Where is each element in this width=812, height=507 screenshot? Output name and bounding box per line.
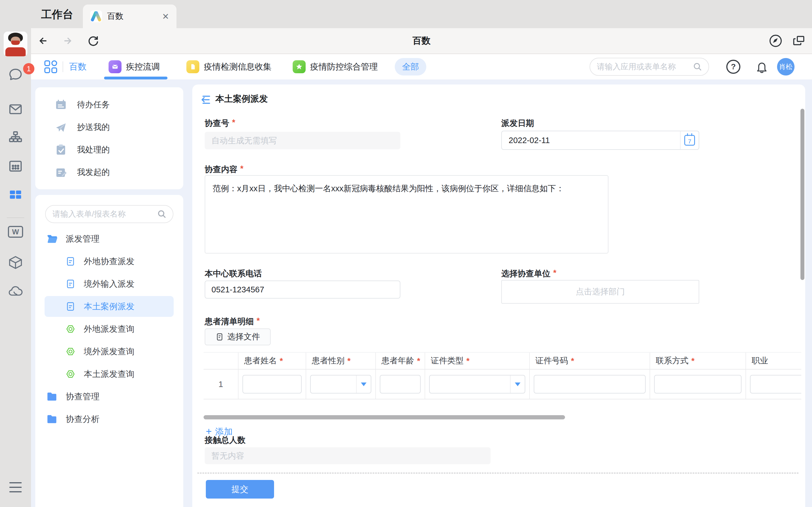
horizontal-scrollbar[interactable] (204, 415, 565, 419)
user-badge[interactable]: 肖松 (777, 58, 795, 75)
open-window-icon[interactable] (792, 34, 805, 48)
mail-icon[interactable] (7, 101, 24, 117)
close-tab-icon[interactable]: ✕ (162, 11, 169, 21)
org-chart-icon[interactable] (7, 129, 24, 146)
nav-tab-yiqingfangkong[interactable]: 疫情防控综合管理 (293, 54, 378, 79)
titlebar: 工作台 百数 ✕ (31, 0, 812, 28)
collapse-back-icon[interactable] (200, 94, 211, 105)
workbench-grid-icon[interactable] (7, 186, 24, 203)
tree-item-label: 本土派发查询 (84, 369, 135, 380)
content-area: 待办任务 抄送我的 我处理的 我发起的 派发管理 外地协查派发 (31, 79, 812, 507)
page-title: 百数 (31, 28, 812, 54)
search-icon (693, 62, 702, 71)
doc-icon (65, 279, 76, 289)
nav-tab-yiqingjiance[interactable]: 疫情检测信息收集 (186, 54, 271, 79)
baishu-logo-icon (90, 10, 102, 22)
occupation-input[interactable] (750, 375, 801, 393)
notification-bell-icon[interactable] (755, 59, 769, 74)
app-search-input[interactable] (596, 62, 693, 71)
hamburger-menu-icon[interactable] (9, 482, 22, 492)
tree-item-bentu-query[interactable]: 本土派发查询 (35, 363, 183, 385)
calendar-icon[interactable] (7, 158, 24, 174)
submit-button[interactable]: 提交 (206, 480, 274, 499)
note-pencil-icon (54, 166, 67, 179)
todo-calendar-icon (54, 98, 67, 111)
forward-icon[interactable] (61, 35, 73, 47)
query-hexagon-icon (65, 369, 76, 379)
tree-item-label: 外地派发查询 (84, 323, 135, 335)
nav-tab-label: 疫情防控综合管理 (310, 61, 378, 73)
caseno-input[interactable] (205, 132, 400, 149)
patient-table-header: 患者姓名* 患者性别* 患者年龄* 证件类型* 证件号码* 联系方式* 职业 (204, 353, 801, 370)
compass-icon[interactable] (769, 34, 782, 48)
tree-item-waidi-xiecha[interactable]: 外地协查派发 (35, 250, 183, 273)
tree-item-jingwai-query[interactable]: 境外派发查询 (35, 340, 183, 363)
quick-item-processed[interactable]: 我处理的 (35, 138, 183, 161)
dispatch-date-input[interactable] (502, 136, 680, 145)
tree-item-label: 协查管理 (66, 391, 100, 402)
tree-item-label: 派发管理 (66, 233, 100, 245)
field-label-caseno: 协查号* (205, 118, 235, 129)
refresh-icon[interactable] (87, 34, 100, 47)
nav-all-button[interactable]: 全部 (395, 58, 426, 75)
header-occupation: 职业 (746, 353, 801, 369)
choose-file-button[interactable]: 选择文件 (205, 328, 271, 345)
quick-item-initiated[interactable]: 我发起的 (35, 161, 183, 184)
id-number-input[interactable] (534, 375, 646, 393)
apps-grid-icon[interactable] (44, 60, 58, 74)
field-label-contacts: 接触总人数 (205, 435, 248, 446)
quick-item-label: 我发起的 (77, 167, 110, 178)
calendar-picker-button[interactable]: 7 (680, 131, 699, 149)
nav-tab-jikongliudiao[interactable]: 疾控流调 (109, 54, 160, 79)
quick-item-label: 我处理的 (77, 144, 110, 156)
app-icon-purple (109, 60, 121, 73)
content-textarea[interactable]: 范例：x月xx日，我中心检测一名xxx新冠病毒核酸结果为阳性，该病例位于你区，详… (205, 175, 608, 253)
folder-icon (46, 391, 58, 402)
patient-name-input[interactable] (243, 375, 302, 393)
form-panel: 本土案例派发 协查号* 派发日期 7 协查内容* 范例：x月xx日，我中心检测一… (192, 84, 805, 507)
tree-item-xiecha-analysis[interactable]: 协查分析 (35, 408, 183, 431)
back-icon[interactable] (37, 35, 50, 47)
tree-item-dispatch-mgmt[interactable]: 派发管理 (35, 228, 183, 250)
form-search-input[interactable] (52, 209, 157, 219)
app-search[interactable] (590, 58, 709, 76)
file-icon (215, 333, 224, 341)
form-title: 本土案例派发 (215, 93, 268, 105)
quick-item-todo[interactable]: 待办任务 (35, 94, 183, 116)
chevron-down-icon (361, 383, 366, 386)
patient-age-input[interactable] (380, 375, 421, 393)
patient-gender-select[interactable] (310, 375, 371, 393)
quick-item-cc[interactable]: 抄送我的 (35, 116, 183, 138)
select-department-box[interactable]: 点击选择部门 (501, 280, 699, 304)
field-label-unit: 选择协查单位* (501, 268, 556, 279)
nav-tab-label: 疫情检测信息收集 (204, 61, 271, 73)
contacts-total-input[interactable] (205, 447, 491, 464)
help-icon[interactable]: ? (726, 60, 741, 74)
user-avatar[interactable] (4, 32, 28, 56)
tree-item-bentu-anli[interactable]: 本土案例派发 (35, 295, 183, 318)
nav-home-baishu[interactable]: 百数 (69, 54, 87, 79)
form-search[interactable] (45, 205, 173, 223)
app-nav: 百数 疾控流调 疫情检测信息收集 疫情防控综合管理 全部 ? 肖松 (31, 54, 812, 79)
tree-item-waidi-query[interactable]: 外地派发查询 (35, 318, 183, 340)
field-label-content: 协查内容* (205, 164, 243, 175)
tree-item-xiecha-mgmt[interactable]: 协查管理 (35, 385, 183, 408)
tab-label: 百数 (107, 11, 162, 22)
help-glyph: ? (731, 62, 735, 71)
app-icon-yellow (186, 60, 199, 73)
contact-input[interactable] (654, 375, 742, 393)
vertical-scrollbar[interactable] (801, 109, 804, 280)
search-icon (157, 209, 167, 219)
phone-input[interactable] (205, 281, 400, 298)
chat-icon[interactable]: 1 (7, 66, 24, 83)
docs-icon[interactable]: W (8, 226, 23, 238)
tree-item-label: 外地协查派发 (84, 256, 135, 267)
cloud-call-icon[interactable] (7, 283, 24, 300)
id-type-select[interactable] (429, 375, 525, 393)
tree-item-label: 境外派发查询 (84, 346, 135, 357)
tab-baishu[interactable]: 百数 ✕ (83, 4, 176, 28)
tree-item-jingwai-shuru[interactable]: 境外输入派发 (35, 273, 183, 295)
tree-item-label: 协查分析 (66, 413, 100, 425)
cube-icon[interactable] (7, 255, 24, 271)
unread-badge: 1 (23, 63, 35, 74)
